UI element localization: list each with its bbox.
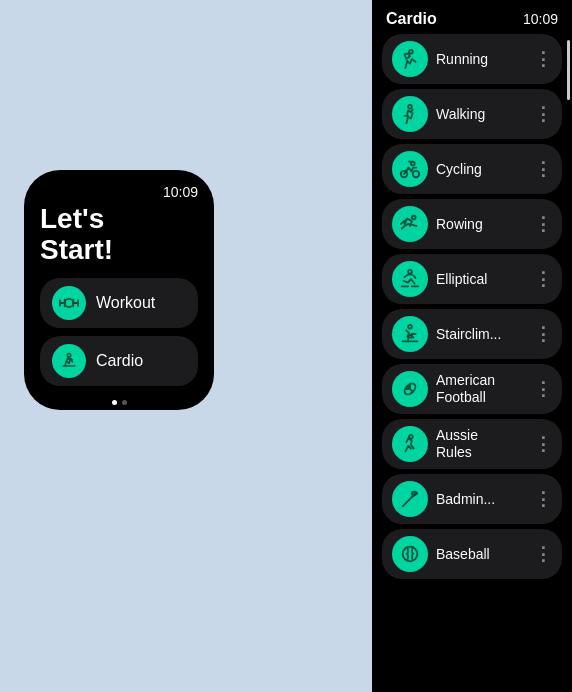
svg-point-7 <box>67 353 70 356</box>
svg-line-27 <box>403 497 412 506</box>
aussie-rules-more[interactable]: ⋮ <box>534 433 552 455</box>
page-dots <box>40 400 198 405</box>
badminton-more[interactable]: ⋮ <box>534 488 552 510</box>
american-football-icon <box>392 371 428 407</box>
cardio-menu-item[interactable]: Cardio <box>40 336 198 386</box>
watch-right: Cardio 10:09 Running ⋮ <box>372 0 572 692</box>
american-football-label: AmericanFootball <box>436 372 526 406</box>
svg-point-15 <box>412 216 416 220</box>
dot-1 <box>112 400 117 405</box>
elliptical-label: Elliptical <box>436 271 526 288</box>
cardio-icon <box>52 344 86 378</box>
baseball-label: Baseball <box>436 546 526 563</box>
running-more[interactable]: ⋮ <box>534 48 552 70</box>
dot-2 <box>122 400 127 405</box>
svg-point-20 <box>408 325 412 329</box>
aussie-rules-label: AussieRules <box>436 427 526 461</box>
running-icon <box>392 41 428 77</box>
cycling-label: Cycling <box>436 161 526 178</box>
list-item[interactable]: Rowing ⋮ <box>382 199 562 249</box>
svg-point-26 <box>409 435 413 439</box>
list-item[interactable]: Running ⋮ <box>382 34 562 84</box>
watch-greeting: Let'sStart! <box>40 204 198 266</box>
elliptical-icon <box>392 261 428 297</box>
cycling-more[interactable]: ⋮ <box>534 158 552 180</box>
watch-left-time: 10:09 <box>40 184 198 200</box>
list-item[interactable]: Elliptical ⋮ <box>382 254 562 304</box>
walking-more[interactable]: ⋮ <box>534 103 552 125</box>
watch-right-time: 10:09 <box>523 11 558 27</box>
cardio-label: Cardio <box>96 352 143 370</box>
badminton-label: Badmin... <box>436 491 526 508</box>
watch-left: 10:09 Let'sStart! Workout Cardio <box>24 170 214 410</box>
workout-icon <box>52 286 86 320</box>
walking-icon <box>392 96 428 132</box>
workout-label: Workout <box>96 294 155 312</box>
rowing-more[interactable]: ⋮ <box>534 213 552 235</box>
svg-point-13 <box>413 171 419 177</box>
american-football-more[interactable]: ⋮ <box>534 378 552 400</box>
scroll-indicator <box>567 40 570 100</box>
baseball-icon <box>392 536 428 572</box>
rowing-label: Rowing <box>436 216 526 233</box>
stairclimber-more[interactable]: ⋮ <box>534 323 552 345</box>
elliptical-more[interactable]: ⋮ <box>534 268 552 290</box>
list-item[interactable]: AmericanFootball ⋮ <box>382 364 562 414</box>
svg-point-9 <box>409 50 413 54</box>
list-item[interactable]: Stairclim... ⋮ <box>382 309 562 359</box>
list-item[interactable]: Badmin... ⋮ <box>382 474 562 524</box>
svg-point-0 <box>65 298 73 306</box>
watch-right-title: Cardio <box>386 10 437 28</box>
walking-label: Walking <box>436 106 526 123</box>
list-item[interactable]: Cycling ⋮ <box>382 144 562 194</box>
aussie-rules-icon <box>392 426 428 462</box>
running-label: Running <box>436 51 526 68</box>
baseball-more[interactable]: ⋮ <box>534 543 552 565</box>
svg-point-10 <box>408 105 412 109</box>
cardio-list: Running ⋮ Walking ⋮ <box>372 34 572 692</box>
cycling-icon <box>392 151 428 187</box>
workout-menu-item[interactable]: Workout <box>40 278 198 328</box>
list-item[interactable]: AussieRules ⋮ <box>382 419 562 469</box>
stairclimber-label: Stairclim... <box>436 326 526 343</box>
svg-point-29 <box>403 547 418 562</box>
svg-point-17 <box>408 270 412 274</box>
stairclimber-icon <box>392 316 428 352</box>
list-item[interactable]: Walking ⋮ <box>382 89 562 139</box>
rowing-icon <box>392 206 428 242</box>
watch-right-header: Cardio 10:09 <box>372 0 572 34</box>
list-item[interactable]: Baseball ⋮ <box>382 529 562 579</box>
badminton-icon <box>392 481 428 517</box>
